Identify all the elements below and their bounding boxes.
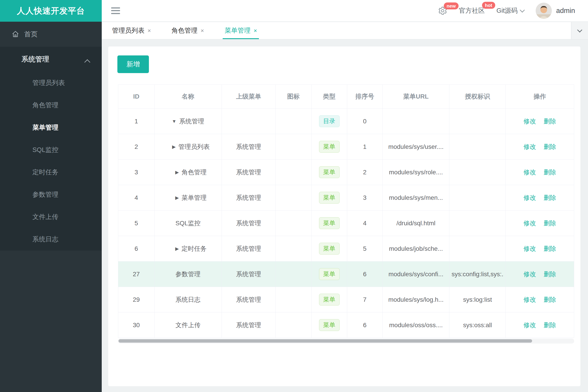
edit-link[interactable]: 修改 [524,168,536,176]
table-row[interactable]: 1▼系统管理目录0修改删除 [118,108,574,134]
table-row[interactable]: 3▶角色管理系统管理菜单2modules/sys/role....修改删除 [118,160,574,185]
cell-menu-url: modules/sys/log.h... [382,287,449,312]
cell-menu-url: modules/sys/men... [382,185,449,210]
cell-id: 1 [118,108,155,134]
cell-name: 参数管理 [155,262,222,287]
git-source-dropdown[interactable]: Git源码 [496,6,524,15]
sidebar-item-参数管理[interactable]: 参数管理 [0,184,102,206]
edit-link[interactable]: 修改 [524,296,536,304]
delete-link[interactable]: 删除 [544,244,556,253]
menu-name: 文件上传 [176,321,201,330]
type-badge: 目录 [319,115,340,127]
sidebar-item-文件上传[interactable]: 文件上传 [0,206,102,228]
sidebar-item-定时任务[interactable]: 定时任务 [0,161,102,184]
top-header: new 官方社区 hot Git源码 [102,0,588,22]
cell-icon [276,312,312,338]
add-button[interactable]: 新增 [117,56,149,73]
sidebar-item-管理员列表[interactable]: 管理员列表 [0,72,102,94]
cell-sort: 3 [347,185,383,210]
column-header-上级菜单: 上级菜单 [222,85,276,108]
delete-link[interactable]: 删除 [544,219,556,228]
cell-perm: sys:config:list,sys:. [449,262,506,287]
delete-link[interactable]: 删除 [544,168,556,176]
chevron-up-icon [85,59,90,64]
cell-parent-menu: 系统管理 [222,312,276,338]
cell-operations: 修改删除 [506,108,574,134]
theme-settings[interactable]: new [438,6,447,16]
table-row[interactable]: 6▶定时任务系统管理菜单5modules/job/sche...修改删除 [118,236,574,262]
cell-id: 2 [118,134,155,160]
column-header-操作: 操作 [506,85,574,108]
cell-perm: sys:log:list [449,287,506,312]
tab-close-icon[interactable]: × [201,27,204,34]
cell-icon [276,185,312,210]
edit-link[interactable]: 修改 [524,321,536,330]
cell-name: 系统日志 [155,287,222,312]
community-link-wrap[interactable]: 官方社区 hot [459,6,485,15]
edit-link[interactable]: 修改 [524,244,536,253]
content-card: 新增 ID名称上级菜单图标类型排序号菜单URL授权标识操作 1▼系统管理目录0修… [108,46,580,386]
cell-type: 菜单 [312,236,347,262]
delete-link[interactable]: 删除 [544,117,556,126]
delete-link[interactable]: 删除 [544,296,556,304]
menu-name: SQL监控 [176,219,201,228]
community-link[interactable]: 官方社区 [459,6,485,15]
delete-link[interactable]: 删除 [544,270,556,278]
horizontal-scrollbar-thumb[interactable] [119,339,532,342]
tab-菜单管理[interactable]: 菜单管理× [214,22,267,39]
delete-link[interactable]: 删除 [544,142,556,151]
tab-close-icon[interactable]: × [254,27,257,34]
table-row[interactable]: 27参数管理系统管理菜单6modules/sys/confi...sys:con… [118,262,574,287]
menu-name: 系统管理 [179,117,204,126]
table-row[interactable]: 2▶管理员列表系统管理菜单1modules/sys/user....修改删除 [118,134,574,160]
sidebar-group-title[interactable]: 系统管理 [0,47,102,72]
menu-toggle-icon[interactable] [111,8,120,14]
tree-expand-icon[interactable]: ▶ [175,170,179,175]
user-menu[interactable]: admin [536,3,575,19]
tree-expand-icon[interactable]: ▶ [172,144,176,150]
table-row[interactable]: 29系统日志系统管理菜单7modules/sys/log.h...sys:log… [118,287,574,312]
tab-角色管理[interactable]: 角色管理× [161,22,214,39]
sidebar-item-SQL监控[interactable]: SQL监控 [0,139,102,161]
cell-name: ▶角色管理 [155,160,222,185]
chevron-down-icon [519,8,525,12]
edit-link[interactable]: 修改 [524,142,536,151]
cell-name: 文件上传 [155,312,222,338]
tree-collapse-icon[interactable]: ▼ [172,119,176,124]
tab-close-icon[interactable]: × [148,27,151,34]
type-badge: 菜单 [319,294,340,305]
cell-operations: 修改删除 [506,287,574,312]
chevron-down-icon [577,28,582,33]
edit-link[interactable]: 修改 [524,194,536,202]
column-header-名称: 名称 [155,85,222,108]
type-badge: 菜单 [319,141,340,152]
tree-expand-icon[interactable]: ▶ [175,195,179,200]
edit-link[interactable]: 修改 [524,117,536,126]
cell-parent-menu: 系统管理 [222,185,276,210]
edit-link[interactable]: 修改 [524,270,536,278]
tab-管理员列表[interactable]: 管理员列表× [102,22,161,39]
delete-link[interactable]: 删除 [544,194,556,202]
type-badge: 菜单 [319,166,340,178]
sidebar-item-菜单管理[interactable]: 菜单管理 [0,116,102,139]
cell-sort: 6 [347,262,383,287]
table-row[interactable]: 5SQL监控系统管理菜单4/druid/sql.html修改删除 [118,210,574,236]
cell-perm [449,236,506,262]
delete-link[interactable]: 删除 [544,321,556,330]
tree-expand-icon[interactable]: ▶ [175,246,179,252]
cell-perm: sys:oss:all [449,312,506,338]
cell-id: 29 [118,287,155,312]
menu-table: ID名称上级菜单图标类型排序号菜单URL授权标识操作 1▼系统管理目录0修改删除… [118,84,574,338]
cell-parent-menu: 系统管理 [222,262,276,287]
table-row[interactable]: 30文件上传系统管理菜单6modules/oss/oss....sys:oss:… [118,312,574,338]
tabs-overflow-button[interactable] [571,22,588,39]
sidebar-item-系统日志[interactable]: 系统日志 [0,228,102,250]
sidebar-item-home[interactable]: 首页 [0,22,102,47]
cell-menu-url: modules/job/sche... [382,236,449,262]
cell-sort: 5 [347,236,383,262]
column-header-图标: 图标 [276,85,312,108]
cell-icon [276,160,312,185]
table-row[interactable]: 4▶菜单管理系统管理菜单3modules/sys/men...修改删除 [118,185,574,210]
sidebar-item-角色管理[interactable]: 角色管理 [0,94,102,116]
edit-link[interactable]: 修改 [524,219,536,228]
